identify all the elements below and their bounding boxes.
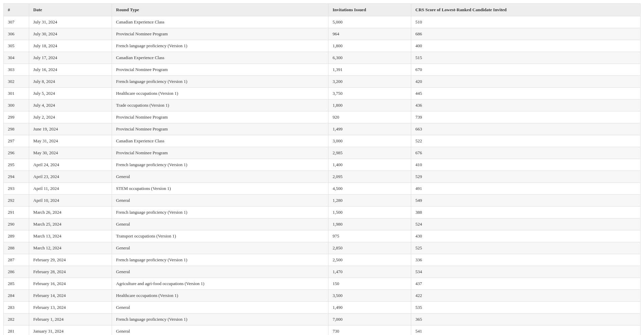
cell-date: March 12, 2024 <box>29 242 112 254</box>
table-row: 302July 8, 2024French language proficien… <box>4 76 641 88</box>
cell-crs: 739 <box>411 111 641 123</box>
cell-invitations: 3,500 <box>328 290 411 302</box>
cell-num: 284 <box>4 290 29 302</box>
cell-crs: 525 <box>411 242 641 254</box>
cell-date: March 25, 2024 <box>29 218 112 230</box>
cell-date: July 2, 2024 <box>29 111 112 123</box>
cell-type: Canadian Experience Class <box>112 16 328 28</box>
cell-date: July 16, 2024 <box>29 64 112 76</box>
cell-crs: 686 <box>411 28 641 40</box>
header-invitations[interactable]: Invitations Issued <box>328 4 411 16</box>
table-row: 290March 25, 2024General1,980524 <box>4 218 641 230</box>
cell-type: Canadian Experience Class <box>112 135 328 147</box>
cell-crs: 535 <box>411 302 641 314</box>
cell-invitations: 2,985 <box>328 147 411 159</box>
header-round-type[interactable]: Round Type <box>112 4 328 16</box>
cell-invitations: 3,200 <box>328 76 411 88</box>
table-row: 307July 31, 2024Canadian Experience Clas… <box>4 16 641 28</box>
table-row: 285February 16, 2024Agriculture and agri… <box>4 278 641 290</box>
cell-crs: 422 <box>411 290 641 302</box>
cell-type: Provincial Nominee Program <box>112 28 328 40</box>
cell-type: French language proficiency (Version 1) <box>112 40 328 52</box>
cell-num: 282 <box>4 314 29 325</box>
cell-num: 291 <box>4 207 29 218</box>
cell-type: Provincial Nominee Program <box>112 123 328 135</box>
cell-crs: 549 <box>411 195 641 207</box>
table-row: 288March 12, 2024General2,850525 <box>4 242 641 254</box>
cell-type: Transport occupations (Version 1) <box>112 230 328 242</box>
table-row: 293April 11, 2024STEM occupations (Versi… <box>4 183 641 195</box>
cell-invitations: 3,750 <box>328 88 411 100</box>
table-row: 296May 30, 2024Provincial Nominee Progra… <box>4 147 641 159</box>
cell-num: 286 <box>4 266 29 278</box>
cell-num: 300 <box>4 100 29 111</box>
cell-invitations: 964 <box>328 28 411 40</box>
table-body: 307July 31, 2024Canadian Experience Clas… <box>4 16 641 335</box>
table-row: 282February 1, 2024French language profi… <box>4 314 641 325</box>
cell-num: 285 <box>4 278 29 290</box>
cell-invitations: 7,000 <box>328 314 411 325</box>
cell-type: Provincial Nominee Program <box>112 147 328 159</box>
cell-invitations: 920 <box>328 111 411 123</box>
cell-invitations: 975 <box>328 230 411 242</box>
header-date[interactable]: Date <box>29 4 112 16</box>
cell-crs: 491 <box>411 183 641 195</box>
cell-type: STEM occupations (Version 1) <box>112 183 328 195</box>
cell-type: General <box>112 242 328 254</box>
cell-date: July 31, 2024 <box>29 16 112 28</box>
cell-crs: 420 <box>411 76 641 88</box>
cell-date: March 13, 2024 <box>29 230 112 242</box>
cell-num: 289 <box>4 230 29 242</box>
cell-invitations: 1,280 <box>328 195 411 207</box>
cell-invitations: 2,095 <box>328 171 411 183</box>
table-row: 299July 2, 2024Provincial Nominee Progra… <box>4 111 641 123</box>
cell-num: 281 <box>4 325 29 335</box>
cell-type: Agriculture and agri-food occupations (V… <box>112 278 328 290</box>
header-number[interactable]: # <box>4 4 29 16</box>
cell-num: 288 <box>4 242 29 254</box>
cell-crs: 670 <box>411 64 641 76</box>
cell-num: 307 <box>4 16 29 28</box>
cell-date: July 17, 2024 <box>29 52 112 64</box>
cell-date: June 19, 2024 <box>29 123 112 135</box>
cell-invitations: 1,490 <box>328 302 411 314</box>
cell-num: 297 <box>4 135 29 147</box>
cell-crs: 510 <box>411 16 641 28</box>
cell-invitations: 1,800 <box>328 100 411 111</box>
table-row: 294April 23, 2024General2,095529 <box>4 171 641 183</box>
cell-date: July 5, 2024 <box>29 88 112 100</box>
cell-type: General <box>112 266 328 278</box>
table-row: 292April 10, 2024General1,280549 <box>4 195 641 207</box>
cell-num: 296 <box>4 147 29 159</box>
cell-type: General <box>112 325 328 335</box>
cell-type: Provincial Nominee Program <box>112 111 328 123</box>
cell-invitations: 730 <box>328 325 411 335</box>
cell-invitations: 5,000 <box>328 16 411 28</box>
cell-invitations: 1,391 <box>328 64 411 76</box>
cell-crs: 436 <box>411 100 641 111</box>
header-crs-score[interactable]: CRS Score of Lowest-Ranked Candidate Inv… <box>411 4 641 16</box>
cell-date: April 24, 2024 <box>29 159 112 171</box>
cell-type: Healthcare occupations (Version 1) <box>112 88 328 100</box>
table-row: 283February 13, 2024General1,490535 <box>4 302 641 314</box>
cell-invitations: 1,800 <box>328 40 411 52</box>
cell-invitations: 3,000 <box>328 135 411 147</box>
cell-num: 294 <box>4 171 29 183</box>
cell-date: February 14, 2024 <box>29 290 112 302</box>
table-row: 305July 18, 2024French language proficie… <box>4 40 641 52</box>
cell-type: General <box>112 218 328 230</box>
cell-date: April 10, 2024 <box>29 195 112 207</box>
cell-invitations: 1,470 <box>328 266 411 278</box>
cell-date: July 18, 2024 <box>29 40 112 52</box>
table-row: 289March 13, 2024Transport occupations (… <box>4 230 641 242</box>
cell-date: July 30, 2024 <box>29 28 112 40</box>
table-row: 287February 29, 2024French language prof… <box>4 254 641 266</box>
cell-date: April 11, 2024 <box>29 183 112 195</box>
cell-type: General <box>112 171 328 183</box>
table-row: 306July 30, 2024Provincial Nominee Progr… <box>4 28 641 40</box>
table-row: 284February 14, 2024Healthcare occupatio… <box>4 290 641 302</box>
cell-crs: 524 <box>411 218 641 230</box>
table-row: 297May 31, 2024Canadian Experience Class… <box>4 135 641 147</box>
cell-date: January 31, 2024 <box>29 325 112 335</box>
cell-type: French language proficiency (Version 1) <box>112 76 328 88</box>
